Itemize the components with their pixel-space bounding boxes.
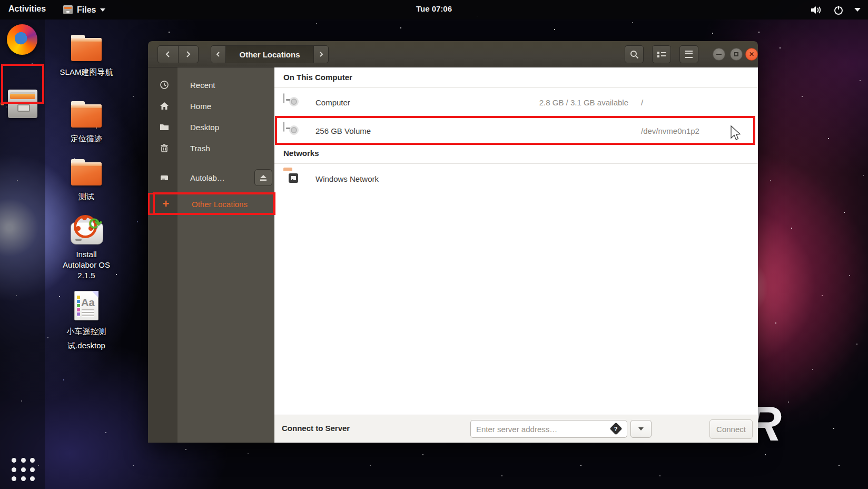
folder-icon bbox=[71, 162, 102, 185]
sidebar-item-label: Desktop bbox=[190, 123, 219, 132]
row-name: 256 GB Volume bbox=[315, 126, 371, 135]
chevron-right-icon bbox=[319, 51, 324, 57]
back-button[interactable] bbox=[158, 46, 178, 63]
row-mount-point: / bbox=[641, 98, 643, 107]
shortcut-label: 测试 bbox=[59, 189, 114, 203]
connect-to-server-bar: Connect to Server ? Connect bbox=[274, 415, 758, 443]
chevron-down-icon bbox=[854, 8, 861, 12]
desktop-shortcut-ceshi[interactable]: 测试 bbox=[59, 162, 114, 203]
files-launcher[interactable] bbox=[6, 88, 39, 120]
trash-icon bbox=[160, 143, 169, 153]
folder-icon bbox=[71, 38, 102, 61]
view-toggle-button[interactable] bbox=[652, 45, 671, 63]
installer-disk-icon: ⟳ bbox=[70, 215, 103, 246]
shortcut-label: 定位循迹 bbox=[59, 131, 114, 145]
window-titlebar[interactable]: Other Locations ✕ bbox=[148, 41, 758, 67]
close-button[interactable]: ✕ bbox=[745, 48, 758, 61]
search-button[interactable] bbox=[625, 45, 644, 63]
sidebar-item-label: Recent bbox=[190, 81, 215, 90]
system-status-area[interactable] bbox=[810, 0, 861, 19]
dock bbox=[0, 19, 45, 489]
plus-icon: + bbox=[161, 199, 171, 209]
desktop-shortcut-desktop-file[interactable]: Aa 小车遥控测试.desktop bbox=[59, 291, 114, 353]
sidebar-item-label: Trash bbox=[190, 144, 210, 153]
power-icon bbox=[833, 5, 844, 15]
sidebar-item-label: Other Locations bbox=[192, 200, 248, 209]
row-mount-point: /dev/nvme0n1p2 bbox=[641, 126, 699, 135]
desktop-wallpaper: AUTOLABOR SLAM建图导航 定位循迹 测试 ⟳ Install Aut… bbox=[0, 0, 868, 489]
home-icon bbox=[160, 101, 169, 111]
path-scroll-right-button[interactable] bbox=[314, 46, 328, 63]
close-icon: ✕ bbox=[749, 51, 754, 57]
sidebar-item-desktop[interactable]: Desktop bbox=[148, 116, 274, 138]
activities-button[interactable]: Activities bbox=[8, 4, 46, 14]
hard-disk-icon bbox=[283, 94, 284, 103]
desktop-shortcut-install-os[interactable]: ⟳ Install Autolabor OS 2.1.5 bbox=[59, 215, 114, 281]
window-menu-button[interactable] bbox=[679, 45, 698, 63]
sidebar-item-trash[interactable]: Trash bbox=[148, 138, 274, 159]
app-menu-label: Files bbox=[77, 5, 96, 15]
grid-list-view-icon bbox=[657, 52, 666, 57]
maximize-icon bbox=[734, 52, 738, 56]
shortcut-label: 小车遥控测试.desktop bbox=[59, 324, 114, 353]
sidebar-item-recent[interactable]: Recent bbox=[148, 74, 274, 95]
row-name: Windows Network bbox=[315, 174, 379, 183]
files-app-icon bbox=[63, 5, 73, 14]
sidebar-item-label: Home bbox=[190, 102, 211, 111]
minimize-button[interactable] bbox=[713, 48, 725, 61]
mouse-cursor bbox=[730, 125, 742, 141]
app-menu-button[interactable]: Files bbox=[63, 3, 105, 17]
firefox-icon[interactable] bbox=[7, 24, 37, 55]
section-title-networks: Networks bbox=[283, 149, 319, 158]
history-nav-group bbox=[157, 45, 199, 63]
show-applications-button[interactable] bbox=[9, 456, 38, 484]
connect-to-server-label: Connect to Server bbox=[282, 424, 350, 433]
maximize-button[interactable] bbox=[730, 48, 743, 61]
desktop-shortcut-slam[interactable]: SLAM建图导航 bbox=[59, 38, 114, 79]
divider bbox=[274, 163, 758, 164]
chevron-left-icon bbox=[165, 51, 171, 58]
eject-button[interactable] bbox=[254, 169, 272, 186]
connect-button[interactable]: Connect bbox=[709, 419, 753, 439]
chevron-left-icon bbox=[215, 51, 221, 57]
file-cabinet-icon bbox=[8, 90, 37, 118]
shortcut-label: SLAM建图导航 bbox=[59, 65, 114, 79]
files-window: Other Locations ✕ bbox=[148, 41, 758, 443]
path-segment-other-locations[interactable]: Other Locations bbox=[225, 46, 314, 63]
clock[interactable]: Tue 07:06 bbox=[416, 4, 452, 13]
row-windows-network[interactable]: Windows Network bbox=[274, 165, 758, 193]
recent-servers-dropdown[interactable] bbox=[630, 420, 652, 438]
shortcut-label: Install Autolabor OS 2.1.5 bbox=[59, 249, 114, 281]
row-free-space: 2.8 GB / 3.1 GB available bbox=[539, 98, 628, 107]
path-scroll-left-button[interactable] bbox=[211, 46, 225, 63]
row-256gb-volume[interactable]: 256 GB Volume /dev/nvme0n1p2 bbox=[274, 118, 758, 145]
text-document-icon: Aa bbox=[74, 291, 98, 320]
sidebar-item-label: Autolab… bbox=[190, 173, 225, 182]
sidebar-item-home[interactable]: Home bbox=[148, 95, 274, 116]
sidebar-item-other-locations[interactable]: + Other Locations bbox=[148, 193, 274, 215]
chevron-down-icon bbox=[638, 427, 644, 431]
clock-icon bbox=[160, 80, 169, 90]
divider bbox=[274, 87, 758, 88]
chevron-right-icon bbox=[185, 51, 191, 58]
chevron-down-icon bbox=[100, 8, 105, 12]
path-bar: Other Locations bbox=[211, 45, 329, 63]
eject-icon bbox=[260, 174, 267, 181]
minimize-icon bbox=[716, 54, 722, 55]
running-app-indicator bbox=[1, 102, 4, 105]
volume-icon bbox=[810, 5, 823, 15]
hamburger-menu-icon bbox=[685, 51, 693, 58]
server-address-input[interactable] bbox=[470, 420, 627, 438]
desktop-shortcut-dingwei[interactable]: 定位循迹 bbox=[59, 104, 114, 145]
row-computer[interactable]: Computer 2.8 GB / 3.1 GB available / bbox=[274, 89, 758, 116]
search-icon bbox=[630, 50, 639, 59]
section-title-on-this-computer: On This Computer bbox=[283, 73, 352, 82]
desktop-folder-icon bbox=[160, 122, 169, 132]
top-bar: Activities Files Tue 07:06 bbox=[0, 0, 868, 19]
hard-disk-icon bbox=[283, 122, 284, 132]
folder-icon bbox=[71, 104, 102, 128]
forward-button[interactable] bbox=[178, 46, 199, 63]
hard-drive-icon bbox=[160, 173, 169, 182]
row-name: Computer bbox=[315, 98, 350, 107]
locations-list: On This Computer Computer 2.8 GB / 3.1 G… bbox=[274, 67, 758, 443]
